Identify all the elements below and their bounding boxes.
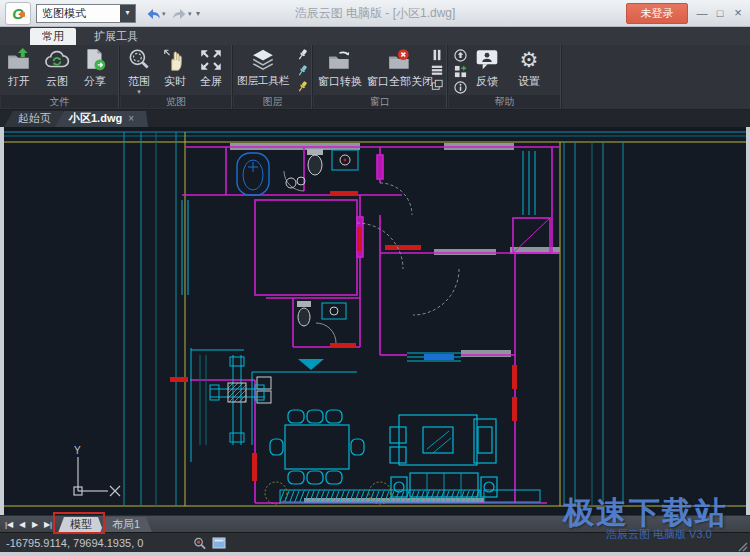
close-all-windows-button[interactable]: 窗口全部关闭 (367, 47, 433, 89)
tab-common[interactable]: 常用 (30, 28, 76, 45)
close-button[interactable]: × (730, 0, 746, 27)
group-label-window: 窗口 (314, 95, 446, 108)
realtime-pan-button[interactable]: 实时 (162, 47, 188, 89)
walls (182, 147, 560, 503)
canvas-frame: Y (0, 127, 750, 515)
dining-set (270, 410, 364, 484)
resize-grip[interactable] (738, 542, 748, 552)
windows (182, 151, 535, 462)
living-room-furniture (390, 415, 497, 497)
kitchen (252, 359, 357, 445)
nav-prev-button[interactable]: ◀ (15, 516, 29, 533)
frame-lines (4, 132, 746, 506)
open-folder-icon (6, 47, 32, 73)
wall-fills (230, 143, 560, 503)
window-bottom-frame (0, 552, 750, 556)
cloud-icon (44, 47, 70, 73)
tile-vertical-icon[interactable] (431, 49, 443, 61)
tab-drawing-file[interactable]: 小区1.dwg× (55, 111, 148, 127)
floorplan-drawing: Y (4, 127, 746, 515)
open-button[interactable]: 打开 (6, 47, 32, 89)
close-all-windows-icon (387, 47, 413, 73)
ribbon-group-file: 打开 云图 分享 (0, 45, 120, 109)
window-switch-button[interactable]: 窗口转换 (318, 47, 362, 89)
door-jambs (170, 191, 517, 481)
model-tab-annotation-box (53, 512, 105, 534)
pin-on-icon[interactable] (296, 48, 309, 61)
ucs-icon: Y (74, 445, 120, 496)
window-switch-icon (327, 47, 353, 73)
settings-button[interactable]: ⚙ 设置 (518, 47, 540, 89)
cursor-coordinates: -16795.9114, 79694.1935, 0 (6, 533, 143, 553)
nav-first-button[interactable]: |◀ (2, 516, 16, 533)
gear-icon: ⚙ (520, 47, 539, 73)
hatch-strips (265, 482, 540, 504)
group-label-view: 览图 (121, 95, 231, 108)
fullscreen-button[interactable]: 全屏 (198, 47, 224, 89)
fullscreen-arrows-icon (198, 47, 224, 73)
find-icon[interactable] (193, 537, 206, 550)
share-page-icon (82, 47, 108, 73)
cascade-windows-icon[interactable] (431, 79, 443, 91)
share-button[interactable]: 分享 (82, 47, 108, 89)
group-label-help: 帮助 (449, 95, 560, 108)
modules-icon[interactable] (454, 65, 467, 78)
hand-icon (162, 47, 188, 73)
tab-close-icon[interactable]: × (128, 113, 134, 124)
maximize-button[interactable]: □ (712, 0, 728, 27)
cloud-button[interactable]: 云图 (44, 47, 70, 89)
pin-list-icon[interactable] (296, 64, 309, 77)
info-icon[interactable] (454, 81, 467, 94)
ribbon-group-help: 反馈 ⚙ 设置 帮助 (448, 45, 562, 109)
layer-toolbar-button[interactable]: 图层工具栏 (237, 47, 290, 88)
pin-yellow-icon[interactable] (296, 80, 309, 93)
titlebar: G 览图模式 ▾ ▾ ▾ ▾ 浩辰云图 电脑版 - [小区1.dwg] 未登录 … (0, 0, 750, 27)
ucs-y-label: Y (74, 445, 81, 456)
tab-extended-tools[interactable]: 扩展工具 (82, 28, 150, 45)
model-layout-bar: |◀ ◀ ▶ ▶| 模型 布局1 (0, 515, 750, 532)
feedback-button[interactable]: 反馈 (474, 47, 500, 89)
login-button[interactable]: 未登录 (626, 3, 688, 24)
extents-button[interactable]: 范围 ▾ (126, 47, 152, 95)
ribbon-group-view: 范围 ▾ 实时 全屏 览图 (120, 45, 233, 109)
update-icon[interactable] (454, 49, 467, 62)
app-window: G 览图模式 ▾ ▾ ▾ ▾ 浩辰云图 电脑版 - [小区1.dwg] 未登录 … (0, 0, 750, 556)
layer-pin-buttons (296, 48, 309, 93)
document-tab-bar: 起始页 小区1.dwg× (0, 110, 750, 127)
window-arrange-buttons (431, 49, 443, 91)
feedback-bubble-icon (474, 47, 500, 73)
group-label-file: 文件 (1, 95, 118, 108)
tile-horizontal-icon[interactable] (431, 64, 443, 76)
tab-start-page[interactable]: 起始页 (4, 111, 65, 127)
bathroom-top-fixtures (237, 149, 358, 195)
display-icon[interactable] (212, 537, 226, 549)
ribbon-group-window: 窗口转换 窗口全部关闭 (313, 45, 448, 109)
drawing-canvas[interactable]: Y (4, 127, 746, 515)
group-label-layer: 图层 (234, 95, 311, 108)
window-sill (424, 354, 454, 360)
ribbon-tab-strip: 常用 扩展工具 (0, 27, 750, 45)
tab-layout1[interactable]: 布局1 (100, 517, 152, 533)
status-bar: -16795.9114, 79694.1935, 0 (0, 532, 750, 552)
zoom-extents-icon (126, 47, 152, 73)
help-small-buttons (454, 49, 467, 94)
ribbon-empty-space (562, 45, 750, 109)
layers-icon (250, 47, 276, 73)
minimize-button[interactable]: — (694, 0, 710, 27)
ribbon-group-layer: 图层工具栏 图层 (233, 45, 313, 109)
nav-next-button[interactable]: ▶ (28, 516, 42, 533)
ribbon: 打开 云图 分享 (0, 45, 750, 110)
bathroom-bottom-fixtures (297, 301, 346, 326)
